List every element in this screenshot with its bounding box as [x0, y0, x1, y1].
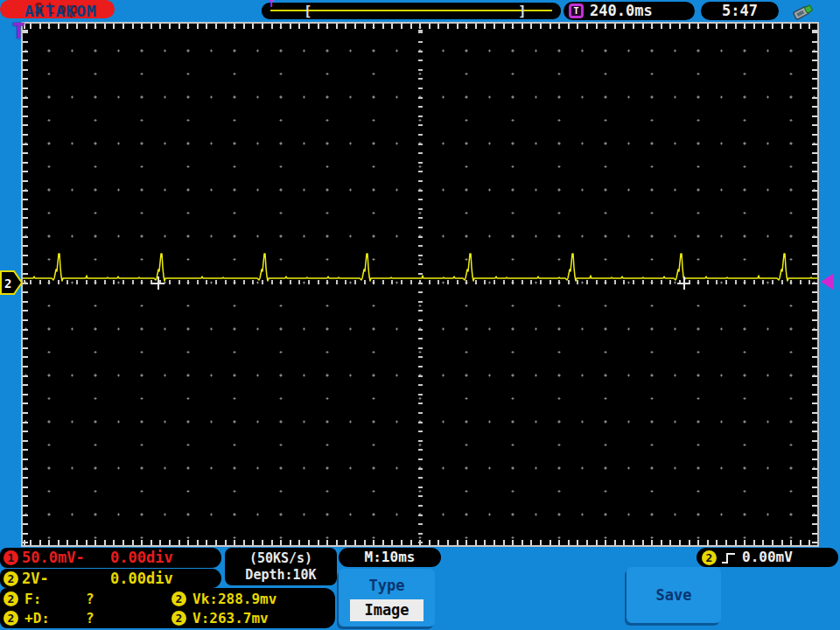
- save-button[interactable]: Save: [626, 567, 721, 623]
- trigger-position-line: [270, 10, 552, 11]
- waveform-display: [21, 22, 819, 547]
- measurement-value: ?: [86, 590, 94, 608]
- graticule: [23, 24, 817, 545]
- measurement-value: ?: [86, 609, 94, 627]
- trigger-delay-readout: T 240.0ms: [564, 2, 695, 20]
- type-menu-label: Type: [339, 577, 435, 594]
- measurement-label: +D:: [24, 609, 50, 627]
- channel-2-offset: 0.00div: [110, 569, 173, 588]
- channel-2-scale: 2V-: [22, 569, 49, 588]
- brand-logo: AKTAKOM: [24, 2, 97, 20]
- measurement-row: 2 F: ? 2 Vk:288.9mv: [0, 590, 335, 608]
- trigger-offscreen-marker: T: [12, 19, 24, 44]
- trigger-t-icon: T: [569, 4, 584, 18]
- rising-edge-icon: [721, 551, 737, 565]
- measurements-panel: 2 F: ? 2 Vk:288.9mv 2 +D: ? 2 V:263.7mv: [0, 588, 335, 628]
- timebase-readout: M:10ms: [339, 548, 441, 567]
- trigger-level-arrow[interactable]: [821, 274, 833, 290]
- measurement-label: F:: [24, 590, 41, 608]
- usb-drive-icon: [790, 1, 816, 22]
- channel-1-scale: 50.0mV-: [22, 548, 85, 568]
- type-menu-selected-option[interactable]: Image: [350, 599, 424, 621]
- trigger-level-value: 0.00mV: [742, 548, 793, 567]
- cursor-cross: [677, 276, 690, 290]
- type-menu-button[interactable]: Type Image: [339, 569, 435, 626]
- acquisition-readout: (50KS/s) Depth:10K: [225, 548, 337, 585]
- trigger-position-marker: T: [269, 0, 274, 9]
- trigger-delay-value: 240.0ms: [590, 2, 653, 20]
- window-left-bracket: [: [304, 3, 312, 19]
- channel-2-badge: 2: [4, 571, 18, 586]
- channel-1-offset: 0.00div: [110, 548, 173, 568]
- measurement-value: V:263.7mv: [192, 609, 269, 627]
- channel-2-level-marker[interactable]: 2: [0, 270, 24, 295]
- measurement-value: Vk:288.9mv: [192, 590, 276, 608]
- svg-text:2: 2: [4, 276, 11, 290]
- clock: 5:47: [701, 2, 779, 20]
- trigger-position-bar: T [ ]: [262, 3, 561, 19]
- measurement-row: 2 +D: ? 2 V:263.7mv: [0, 609, 335, 627]
- trigger-level-readout: 2 0.00mV: [696, 548, 838, 567]
- sample-rate: (50KS/s): [249, 550, 312, 566]
- channel-1-badge: 1: [4, 550, 18, 565]
- channel-2-badge: 2: [4, 592, 18, 606]
- memory-depth: Depth:10K: [245, 567, 316, 583]
- cursor-cross: [151, 276, 164, 290]
- trigger-source-badge: 2: [702, 550, 717, 565]
- window-right-bracket: ]: [518, 3, 527, 19]
- ch2-waveform-path: [23, 254, 817, 281]
- channel-2-readout: 2 2V- 0.00div: [0, 569, 221, 588]
- channel-2-badge: 2: [4, 611, 18, 626]
- channel-2-badge: 2: [172, 592, 186, 606]
- channel-2-badge: 2: [172, 611, 186, 626]
- oscilloscope-screen: AKTAKOM Stop T [ ] T 240.0ms 5:47: [0, 0, 840, 630]
- waveform: [23, 24, 817, 545]
- channel-1-readout: 1 50.0mV- 0.00div: [0, 548, 221, 568]
